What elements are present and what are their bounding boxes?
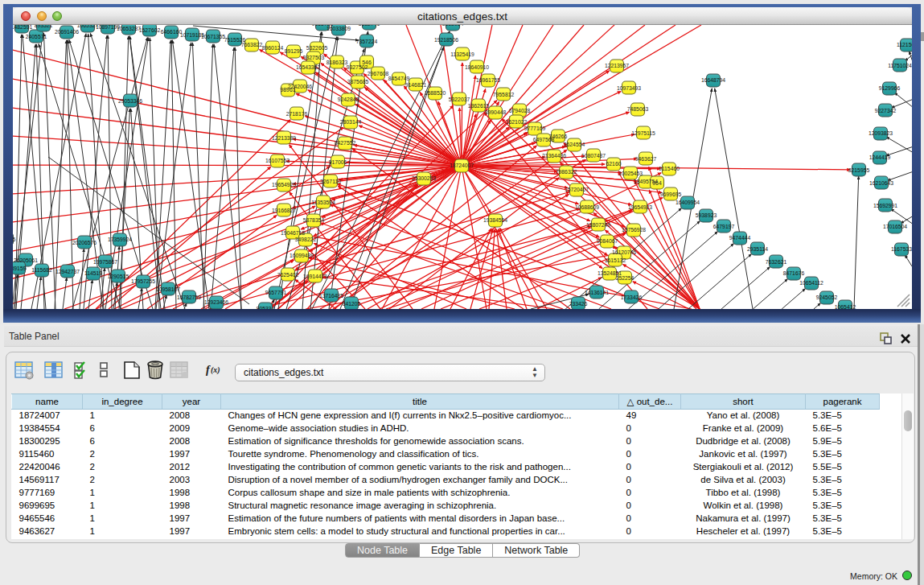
svg-text:114519: 114519 [84, 270, 102, 276]
svg-text:19975867: 19975867 [93, 259, 117, 265]
svg-text:8990448: 8990448 [485, 109, 507, 115]
svg-text:1115682: 1115682 [31, 267, 52, 273]
svg-text:10688609: 10688609 [575, 204, 599, 210]
svg-text:891295: 891295 [285, 48, 303, 54]
svg-text:13716485: 13716485 [319, 293, 343, 299]
svg-text:18640910: 18640910 [465, 64, 489, 70]
svg-text:12942737: 12942737 [55, 269, 80, 274]
svg-text:16210643: 16210643 [869, 180, 893, 186]
svg-text:893521: 893521 [35, 25, 53, 28]
svg-text:9777169: 9777169 [524, 126, 546, 131]
svg-text:5322605: 5322605 [306, 45, 328, 51]
svg-text:19218506: 19218506 [434, 37, 458, 43]
svg-text:6479197: 6479197 [713, 224, 735, 229]
svg-text:15720407: 15720407 [565, 187, 589, 192]
svg-text:16099489: 16099489 [290, 253, 314, 258]
svg-text:12975115: 12975115 [631, 130, 655, 136]
svg-text:252254: 252254 [616, 275, 634, 281]
svg-text:7632621: 7632621 [766, 259, 787, 265]
svg-text:16033809: 16033809 [326, 26, 351, 31]
svg-text:8427552: 8427552 [335, 140, 356, 146]
svg-text:9463627: 9463627 [635, 156, 657, 162]
svg-text:8454749: 8454749 [388, 76, 410, 81]
svg-text:17016504: 17016504 [883, 224, 907, 229]
svg-text:1167533: 1167533 [891, 246, 912, 252]
svg-text:1065412: 1065412 [835, 304, 856, 309]
svg-text:841205: 841205 [343, 301, 361, 307]
svg-text:10671355: 10671355 [201, 34, 225, 39]
svg-text:17957255: 17957255 [131, 278, 155, 284]
svg-text:18807249: 18807249 [586, 222, 610, 228]
svg-text:1244419: 1244419 [869, 154, 891, 160]
svg-text:8813054: 8813054 [442, 25, 464, 27]
svg-text:18724007: 18724007 [450, 163, 474, 168]
svg-text:16107552: 16107552 [265, 158, 290, 163]
svg-text:16782759: 16782759 [177, 295, 201, 300]
svg-text:1733426: 1733426 [621, 295, 643, 300]
svg-text:16961755: 16961755 [476, 77, 500, 83]
svg-text:9327502: 9327502 [347, 64, 368, 70]
svg-text:7955812: 7955812 [493, 92, 515, 97]
svg-text:2935114: 2935114 [747, 246, 768, 252]
svg-text:1527602: 1527602 [139, 27, 161, 33]
svg-text:9084067: 9084067 [597, 238, 618, 244]
svg-text:19654923: 19654923 [628, 204, 652, 210]
svg-text:9657791: 9657791 [265, 290, 287, 295]
svg-text:12213957: 12213957 [605, 63, 629, 68]
svg-text:8186323: 8186323 [326, 60, 348, 65]
svg-text:98961: 98961 [281, 87, 296, 93]
svg-text:9227342: 9227342 [875, 108, 897, 113]
svg-text:2967608: 2967608 [368, 71, 389, 76]
svg-text:3875685: 3875685 [347, 79, 369, 84]
svg-text:12093823: 12093823 [869, 130, 893, 136]
svg-text:16648794: 16648794 [701, 77, 725, 83]
svg-text:12213389: 12213389 [272, 135, 296, 141]
svg-text:9245052: 9245052 [816, 295, 838, 300]
svg-text:2405571: 2405571 [26, 34, 47, 39]
svg-text:8960124: 8960124 [262, 45, 284, 51]
svg-text:19166827: 19166827 [272, 208, 296, 213]
svg-text:7625402: 7625402 [277, 272, 299, 278]
svg-text:19046718: 19046718 [281, 230, 305, 236]
svg-text:11751024: 11751024 [888, 63, 912, 68]
svg-text:16543362: 16543362 [296, 64, 320, 70]
svg-text:9699695: 9699695 [660, 192, 682, 197]
svg-text:29053346: 29053346 [118, 98, 142, 104]
svg-text:10653287: 10653287 [117, 26, 141, 31]
svg-text:14136141: 14136141 [585, 290, 609, 295]
svg-text:8132741: 8132741 [359, 25, 380, 27]
svg-text:905334: 905334 [257, 306, 275, 309]
svg-text:733426: 733426 [569, 301, 588, 307]
svg-text:(x): (x) [211, 365, 220, 375]
svg-text:8471676: 8471676 [783, 270, 805, 276]
svg-text:10958107: 10958107 [156, 286, 180, 292]
svg-text:7485063: 7485063 [627, 106, 649, 112]
svg-text:6794028: 6794028 [509, 108, 531, 113]
svg-text:1588520: 1588520 [425, 90, 446, 96]
svg-text:7357224: 7357224 [356, 39, 378, 44]
svg-text:11325419: 11325419 [450, 51, 474, 57]
svg-text:3624554: 3624554 [564, 142, 585, 147]
svg-text:16914479: 16914479 [303, 274, 327, 279]
svg-text:5938923: 5938923 [696, 212, 717, 218]
svg-text:148205: 148205 [13, 237, 16, 242]
svg-text:62160: 62160 [606, 161, 622, 167]
svg-text:20691406: 20691406 [55, 29, 79, 35]
svg-text:3498222: 3498222 [295, 237, 317, 242]
svg-text:3267110: 3267110 [320, 179, 341, 184]
svg-text:10807487: 10807487 [581, 153, 606, 159]
svg-text:20206576: 20206576 [72, 240, 97, 245]
svg-text:546: 546 [362, 60, 372, 65]
svg-text:1482591: 1482591 [13, 25, 32, 30]
svg-text:9115460: 9115460 [659, 166, 680, 171]
svg-text:7663822: 7663822 [241, 42, 263, 47]
svg-text:6466160: 6466160 [161, 29, 183, 35]
svg-text:1615132: 1615132 [605, 257, 626, 263]
svg-text:1621022: 1621022 [506, 119, 528, 125]
svg-text:19654925: 19654925 [272, 182, 296, 187]
svg-text:21364436: 21364436 [542, 153, 566, 159]
svg-text:917006: 917006 [329, 159, 347, 165]
svg-text:25300293: 25300293 [412, 175, 436, 181]
svg-text:39159: 39159 [13, 266, 27, 271]
svg-text:26205061: 26205061 [14, 257, 38, 263]
